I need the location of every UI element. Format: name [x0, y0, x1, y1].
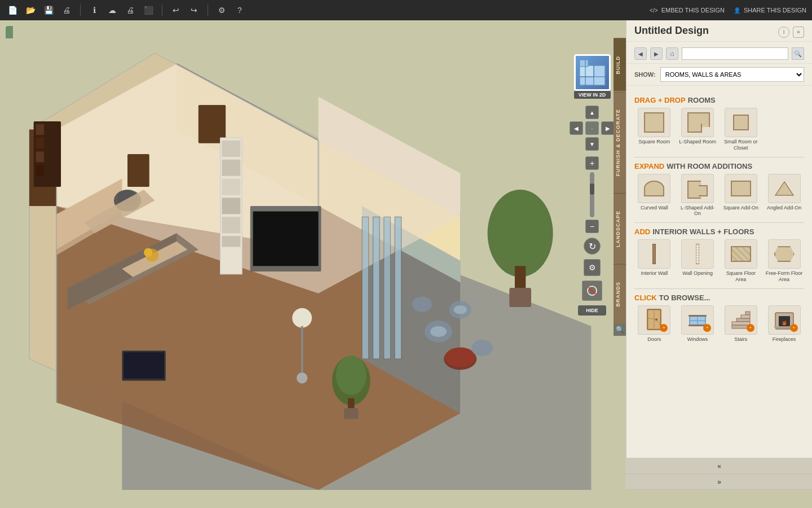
svg-rect-57 [344, 408, 358, 419]
svg-rect-30 [36, 165, 45, 176]
addition-angled[interactable]: Angled Add-On [764, 174, 804, 217]
nav-up-button[interactable]: ▲ [585, 106, 599, 119]
panel-back-button[interactable]: ◀ [634, 47, 647, 60]
tab-furnish[interactable]: FURNISH & DECORATE [614, 91, 626, 193]
save-icon[interactable]: 💾 [42, 3, 55, 17]
l-shaped-shape [687, 112, 708, 133]
doors-label: Doors [647, 336, 661, 342]
nav-left-button[interactable]: ◀ [570, 121, 583, 135]
add-rest: INTERIOR WALLS + FLOORS [652, 227, 754, 236]
svg-point-48 [445, 347, 475, 367]
panel-collapse-down-button[interactable]: » [626, 474, 812, 490]
side-tabs: BUILD FURNISH & DECORATE LANDSCAPE BRAND… [614, 38, 626, 336]
info-icon[interactable]: ℹ [87, 3, 101, 17]
panel-collapse-button[interactable]: « [793, 27, 804, 38]
main-area: MARINA + [0, 20, 812, 490]
room-l-shaped-label: L-Shaped Room [679, 139, 716, 145]
zoom-track[interactable] [590, 172, 594, 217]
expand-rest: WITH ROOM ADDITIONS [667, 162, 752, 170]
svg-rect-86 [689, 315, 707, 317]
expand-keyword: EXPAND [634, 162, 664, 170]
export-icon[interactable]: ⬛ [142, 3, 155, 17]
toolbar-right: </> EMBED THIS DESIGN 👤 SHARE THIS DESIG… [650, 7, 806, 14]
tab-landscape[interactable]: LANDSCAPE [614, 193, 626, 264]
undo-icon[interactable]: ↩ [169, 3, 183, 17]
divider-3 [634, 288, 804, 289]
svg-rect-88 [745, 312, 750, 315]
cloud-save-icon[interactable]: ☁ [105, 3, 119, 17]
svg-rect-73 [580, 60, 588, 67]
print2-icon[interactable]: 🖨 [123, 3, 137, 17]
tab-build[interactable]: BUILD [614, 38, 626, 91]
zoom-thumb[interactable] [590, 183, 594, 195]
addition-l-shaped[interactable]: L-Shaped Add-On [678, 174, 718, 217]
svg-rect-89 [741, 315, 750, 318]
svg-rect-70 [123, 352, 164, 378]
addition-square[interactable]: Square Add-On [721, 174, 761, 217]
svg-point-49 [471, 340, 493, 356]
hide-icon-box [582, 281, 602, 301]
show-dropdown[interactable]: ROOMS, WALLS & AREAS FURNITURE ALL [660, 67, 804, 82]
zoom-out-button[interactable]: − [585, 220, 599, 233]
curved-icon-box [638, 174, 670, 203]
embed-button[interactable]: </> EMBED THIS DESIGN [650, 7, 725, 14]
svg-marker-78 [775, 182, 793, 195]
print-icon[interactable]: 🖨 [60, 3, 73, 17]
browse-grid: + Doors + [634, 305, 804, 342]
new-icon[interactable]: 📄 [6, 3, 19, 17]
floor-sq[interactable]: Square Floor Area [721, 239, 761, 283]
tab-brands[interactable]: BRANDS [614, 264, 626, 324]
drag-drop-keyword: DRAG + DROP [634, 96, 686, 104]
nav-down-button[interactable]: ▼ [585, 137, 599, 151]
panel-home-button[interactable]: ⌂ [666, 47, 678, 60]
zoom-in-button[interactable]: + [585, 156, 599, 170]
nav-center-button[interactable]: · [585, 121, 599, 135]
expand-section-header: EXPAND WITH ROOM ADDITIONS [634, 162, 804, 170]
panel-search-button[interactable]: 🔍 [792, 47, 804, 60]
interior-wall[interactable]: Interior Wall [634, 239, 674, 283]
browse-stairs[interactable]: + Stairs [721, 305, 761, 342]
sq-addon-label: Square Add-On [723, 205, 758, 211]
svg-rect-91 [732, 322, 750, 325]
view-2d-button[interactable]: VIEW IN 2D [574, 91, 611, 99]
settings-button[interactable]: ⚙ [584, 259, 601, 276]
browse-fireplaces[interactable]: + Fireplaces [764, 305, 804, 342]
panel-title-row: Untitled Design i « [626, 20, 812, 42]
panel-forward-button[interactable]: ▶ [650, 47, 663, 60]
curved-shape [644, 181, 664, 196]
map-thumbnail[interactable] [574, 54, 611, 91]
angled-icon-box [768, 174, 801, 203]
hide-button[interactable]: HIDE [578, 305, 606, 316]
help-icon[interactable]: ? [233, 3, 246, 17]
svg-point-82 [655, 318, 657, 321]
side-tab-search-icon[interactable]: 🔍 [614, 323, 626, 336]
show-label: SHOW: [634, 71, 656, 78]
floor-freeform[interactable]: Free-Form Floor Area [764, 239, 804, 283]
drag-drop-section-header: DRAG + DROP ROOMS [634, 96, 804, 104]
room-small[interactable]: Small Room or Closet [721, 108, 761, 151]
open-icon[interactable]: 📂 [24, 3, 37, 17]
redo-icon[interactable]: ↪ [187, 3, 201, 17]
svg-rect-29 [36, 151, 45, 162]
svg-rect-24 [384, 217, 391, 359]
freeform-icon-box [768, 239, 801, 269]
share-button[interactable]: 👤 SHARE THIS DESIGN [734, 7, 806, 14]
browse-windows[interactable]: + Windows [678, 305, 718, 342]
panel-collapse-up-button[interactable]: « [626, 458, 812, 474]
svg-rect-38 [222, 217, 240, 233]
room-l-shaped[interactable]: L-Shaped Room [678, 108, 718, 151]
addition-curved[interactable]: Curved Wall [634, 174, 674, 217]
panel-info-button[interactable]: i [778, 27, 789, 38]
panel-search-input[interactable] [682, 47, 788, 60]
browse-doors[interactable]: + Doors [634, 305, 674, 342]
room-square[interactable]: Square Room [634, 108, 674, 151]
rooms-grid: Square Room L-Shaped Room Small Room or … [634, 108, 804, 151]
wall-shape [652, 244, 656, 264]
canvas-area[interactable]: MARINA + [0, 20, 626, 490]
rotate-button[interactable]: ↻ [584, 238, 601, 255]
svg-rect-22 [362, 217, 369, 359]
settings-icon[interactable]: ⚙ [215, 3, 228, 17]
nav-right-button[interactable]: ▶ [601, 121, 615, 135]
wall-opening[interactable]: Wall Opening [678, 239, 718, 283]
separator-3 [208, 5, 208, 16]
